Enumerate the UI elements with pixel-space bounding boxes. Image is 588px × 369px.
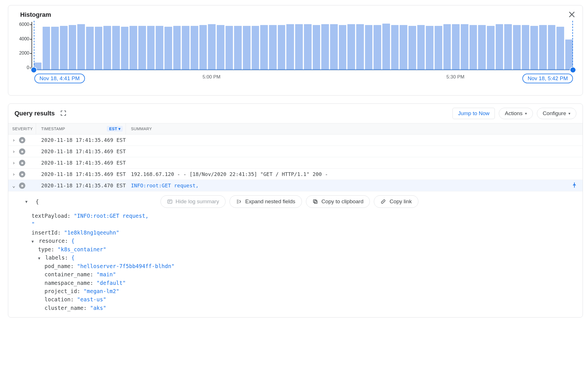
configure-label: Configure: [543, 110, 566, 117]
histogram-bar[interactable]: [374, 25, 381, 70]
expand-nested-fields-button[interactable]: Expand nested fields: [230, 195, 302, 208]
histogram-bar[interactable]: [347, 24, 355, 70]
histogram-bar[interactable]: [69, 25, 76, 70]
timezone-chip[interactable]: EST ▾: [107, 126, 123, 132]
histogram-bar[interactable]: [496, 24, 503, 70]
histogram-bar[interactable]: [365, 25, 373, 70]
histogram-bar[interactable]: [138, 26, 146, 70]
histogram-bar[interactable]: [382, 24, 390, 70]
histogram-bar[interactable]: [243, 26, 251, 70]
histogram-bar[interactable]: [452, 24, 460, 70]
histogram-bar[interactable]: [121, 27, 129, 70]
histogram-bar[interactable]: [147, 26, 155, 70]
histogram-bar[interactable]: [330, 24, 338, 70]
histogram-chart[interactable]: [32, 22, 575, 70]
histogram-bar[interactable]: [339, 25, 347, 70]
histogram-bar[interactable]: [295, 24, 303, 70]
histogram-bar[interactable]: [443, 24, 451, 70]
fullscreen-icon[interactable]: [60, 110, 67, 117]
chevron-down-icon[interactable]: ⌄: [12, 183, 16, 188]
histogram-bar[interactable]: [208, 24, 216, 70]
histogram-bar[interactable]: [356, 24, 364, 70]
json-line: project_id: "megan-lm2": [32, 287, 576, 295]
histogram-bar[interactable]: [548, 25, 556, 70]
histogram-bar[interactable]: [530, 26, 538, 70]
copy-link-button[interactable]: Copy link: [374, 195, 418, 208]
histogram-bar[interactable]: [461, 24, 468, 70]
histogram-bar[interactable]: [313, 25, 320, 70]
histogram-bar[interactable]: [51, 27, 59, 70]
histogram-bar[interactable]: [417, 25, 425, 70]
x-tick: 5:30 PM: [447, 74, 464, 80]
histogram-bar[interactable]: [77, 24, 85, 70]
triangle-down-icon[interactable]: ▼: [32, 239, 36, 244]
histogram-bar[interactable]: [513, 25, 521, 70]
range-start-pill[interactable]: Nov 18, 4:41 PM: [34, 74, 85, 83]
severity-icon: ✱: [19, 160, 25, 166]
histogram-bar[interactable]: [86, 27, 94, 70]
jump-to-now-button[interactable]: Jump to Now: [453, 108, 495, 119]
histogram-bar[interactable]: [226, 26, 233, 70]
table-row[interactable]: ›✱2020-11-18 17:41:35.469 EST: [8, 134, 583, 146]
histogram-x-axis: Nov 18, 4:41 PM Nov 18, 5:42 PM 5:00 PM5…: [33, 70, 575, 83]
histogram-bar[interactable]: [60, 26, 68, 70]
histogram-bar[interactable]: [435, 26, 442, 70]
row-timestamp: 2020-11-18 17:41:35.469 EST: [36, 171, 126, 177]
close-icon[interactable]: [567, 9, 577, 20]
severity-icon: ✱: [19, 183, 25, 189]
histogram-bar[interactable]: [391, 25, 399, 70]
histogram-bar[interactable]: [400, 25, 407, 70]
histogram-bar[interactable]: [103, 26, 111, 70]
histogram-bar[interactable]: [269, 25, 277, 70]
histogram-bar[interactable]: [565, 40, 573, 70]
json-collapse-toggle[interactable]: ▼ {: [25, 198, 39, 205]
histogram-bar[interactable]: [304, 24, 312, 70]
configure-dropdown[interactable]: Configure ▾: [537, 108, 576, 119]
histogram-bar[interactable]: [408, 26, 416, 70]
table-row[interactable]: ⌄✱2020-11-18 17:41:35.470 ESTINFO:root:G…: [8, 180, 583, 191]
actions-dropdown[interactable]: Actions ▾: [499, 108, 533, 119]
table-row[interactable]: ›✱2020-11-18 17:41:35.469 EST: [8, 146, 583, 157]
histogram-bar[interactable]: [321, 24, 329, 70]
table-row[interactable]: ›✱2020-11-18 17:41:35.469 EST192.168.67.…: [8, 169, 583, 180]
histogram-bar[interactable]: [478, 25, 486, 70]
histogram-bar[interactable]: [112, 26, 120, 70]
histogram-bar[interactable]: [164, 27, 172, 70]
histogram-bar[interactable]: [234, 26, 242, 70]
histogram-bar[interactable]: [182, 26, 189, 70]
histogram-bar[interactable]: [217, 25, 224, 70]
histogram-bar[interactable]: [470, 25, 477, 70]
histogram-bar[interactable]: [43, 27, 50, 70]
histogram-bar[interactable]: [252, 26, 259, 70]
hide-log-summary-label: Hide log summary: [176, 198, 219, 205]
histogram-bar[interactable]: [286, 24, 294, 70]
histogram-bar[interactable]: [487, 26, 495, 70]
histogram-bar[interactable]: [199, 25, 207, 70]
row-timestamp: 2020-11-18 17:41:35.469 EST: [36, 148, 126, 154]
histogram-bar[interactable]: [504, 24, 512, 70]
chevron-right-icon[interactable]: ›: [12, 137, 16, 143]
chevron-right-icon[interactable]: ›: [12, 171, 16, 177]
histogram-bar[interactable]: [556, 27, 564, 70]
histogram-bar[interactable]: [130, 26, 137, 70]
hide-log-summary-button[interactable]: Hide log summary: [160, 195, 226, 208]
histogram-bar[interactable]: [278, 25, 285, 70]
range-end-pill[interactable]: Nov 18, 5:42 PM: [522, 74, 573, 83]
histogram-bar[interactable]: [95, 27, 103, 70]
copy-to-clipboard-button[interactable]: Copy to clipboard: [306, 195, 370, 208]
histogram-bar[interactable]: [426, 26, 433, 70]
chevron-right-icon[interactable]: ›: [12, 160, 16, 166]
chevron-right-icon[interactable]: ›: [12, 148, 16, 154]
histogram-bar[interactable]: [156, 26, 163, 70]
table-row[interactable]: ›✱2020-11-18 17:41:35.469 EST: [8, 157, 583, 169]
histogram-bar[interactable]: [522, 25, 529, 70]
histogram-bar[interactable]: [539, 25, 547, 70]
severity-icon: ✱: [19, 137, 25, 143]
histogram-bar[interactable]: [173, 26, 181, 70]
x-tick: 5:00 PM: [203, 74, 220, 80]
histogram-bar[interactable]: [260, 25, 268, 70]
histogram-bar[interactable]: [191, 26, 198, 70]
y-tick: 2000: [16, 51, 29, 56]
triangle-down-icon[interactable]: ▼: [38, 256, 42, 261]
pin-icon[interactable]: [571, 182, 577, 189]
